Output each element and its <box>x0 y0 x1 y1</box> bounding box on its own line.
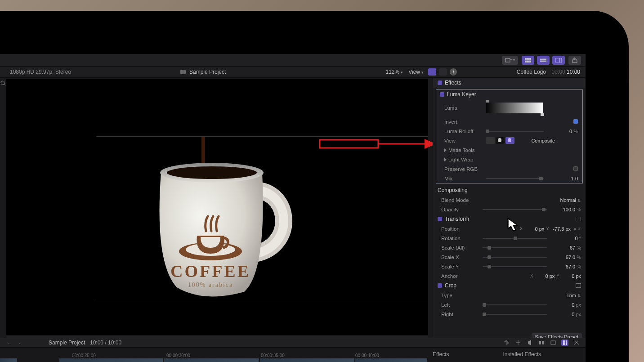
transform-checkbox[interactable] <box>438 217 442 221</box>
index-button[interactable] <box>550 340 557 346</box>
solo-button[interactable] <box>526 340 533 346</box>
anchor-x-value[interactable]: 0 px <box>535 273 555 279</box>
luma-bottom-handle[interactable] <box>541 113 544 116</box>
history-forward-button[interactable]: › <box>19 340 21 346</box>
svg-rect-7 <box>540 59 546 60</box>
timeline-clip[interactable] <box>59 358 163 362</box>
rolloff-slider[interactable] <box>486 131 544 132</box>
crop-right-slider[interactable] <box>483 314 547 315</box>
rotation-value[interactable]: 0° <box>547 236 581 241</box>
video-inspector-tab[interactable] <box>428 68 436 76</box>
zoom-dropdown[interactable]: 112% <box>386 69 403 75</box>
mix-value[interactable]: 1.0 <box>544 176 578 181</box>
scale-all-slider[interactable] <box>483 247 547 248</box>
svg-rect-26 <box>539 341 541 344</box>
luma-rolloff-row: Luma Rolloff 0% <box>436 126 582 136</box>
share-button[interactable] <box>568 56 581 65</box>
timeline-duration: 10:00 / 10:00 <box>90 340 121 346</box>
view-dropdown[interactable]: View <box>408 69 424 75</box>
keyframe-button[interactable]: ◆ <box>573 227 577 231</box>
anchor-row: Anchor X0 px Y0 px <box>433 271 586 281</box>
skimming-button[interactable] <box>514 340 522 346</box>
rolloff-value[interactable]: 0% <box>544 129 578 134</box>
effects-checkbox-icon[interactable] <box>438 80 442 85</box>
inspector-panel: Effects Luma Keyer Luma Invert <box>433 78 586 341</box>
effects-header[interactable]: Effects <box>433 78 586 88</box>
reset-parameter-button[interactable]: ↺ <box>577 227 581 231</box>
matte-tools-row[interactable]: Matte Tools <box>436 145 582 155</box>
transform-reset-button[interactable] <box>576 217 581 221</box>
opacity-value[interactable]: 100.0% <box>547 207 581 212</box>
scale-all-value[interactable]: 67% <box>547 245 581 250</box>
import-menu-button[interactable]: ▾ <box>502 56 518 65</box>
view-composite-button[interactable] <box>505 137 514 144</box>
timeline-project-name[interactable]: Sample Project <box>49 340 85 346</box>
transform-header[interactable]: Transform <box>433 214 586 224</box>
layout-browser-button[interactable] <box>522 56 534 65</box>
mix-row: Mix 1.0 <box>436 174 582 183</box>
svg-rect-3 <box>529 58 531 60</box>
project-name: Sample Project <box>189 69 226 75</box>
transitions-browser-button[interactable] <box>573 340 580 346</box>
viewer-canvas[interactable]: COFFEE 100% arabica <box>6 79 428 335</box>
timeline-header: ‹ › Sample Project 10:00 / 10:00 <box>0 338 586 348</box>
invert-checkbox[interactable] <box>573 119 578 124</box>
layout-inspector-button[interactable] <box>552 56 565 65</box>
crop-header[interactable]: Crop <box>433 281 586 290</box>
luma-keyer-checkbox[interactable] <box>440 92 444 97</box>
installed-effects-tab[interactable]: Installed Effects <box>503 351 541 358</box>
luma-top-handle[interactable] <box>486 100 489 103</box>
view-original-button[interactable] <box>486 137 495 144</box>
position-x-value[interactable]: 0 px <box>524 226 544 232</box>
svg-rect-31 <box>563 343 565 345</box>
invert-row: Invert <box>436 117 582 126</box>
luma-keyer-title[interactable]: Luma Keyer <box>436 90 582 99</box>
light-wrap-disclosure-icon[interactable] <box>444 158 447 161</box>
history-back-button[interactable]: ‹ <box>7 340 9 346</box>
svg-rect-1 <box>525 58 527 60</box>
timeline[interactable]: 00:00:25:00 00:00:30:00 00:00:35:00 00:0… <box>0 348 586 362</box>
effects-tab[interactable]: Effects <box>433 351 449 358</box>
scale-y-value[interactable]: 67.0% <box>547 264 581 269</box>
light-wrap-row[interactable]: Light Wrap <box>436 155 582 164</box>
timeline-tick: 00:00:25:00 <box>72 353 96 358</box>
snapping-button[interactable] <box>538 340 545 346</box>
svg-text:COFFEE: COFFEE <box>170 262 250 281</box>
rotation-slider[interactable] <box>483 238 547 239</box>
opacity-slider[interactable] <box>483 209 547 210</box>
inspector-clip-duration: 00:00:10:00 <box>552 69 580 75</box>
info-inspector-tab[interactable]: i <box>450 68 457 76</box>
matte-tools-disclosure-icon[interactable] <box>444 148 447 152</box>
timeline-clip[interactable] <box>355 358 427 362</box>
mix-slider[interactable] <box>486 178 544 179</box>
svg-point-16 <box>167 166 257 179</box>
clip-icon <box>180 70 186 74</box>
crop-left-value[interactable]: 0px <box>547 302 581 308</box>
scale-x-value[interactable]: 67.0% <box>547 255 581 260</box>
layout-timeline-button[interactable] <box>537 56 550 65</box>
luma-gradient[interactable] <box>486 103 543 113</box>
blend-mode-select[interactable]: Normal <box>547 197 581 203</box>
preserve-rgb-checkbox[interactable] <box>573 166 578 171</box>
audio-skimming-button[interactable] <box>503 340 510 346</box>
svg-line-13 <box>4 84 5 85</box>
crop-left-slider[interactable] <box>483 304 547 305</box>
anchor-y-value[interactable]: 0 px <box>561 273 581 279</box>
view-matte-button[interactable] <box>496 137 505 144</box>
toolbar-top: ▾ <box>0 54 586 67</box>
svg-rect-6 <box>529 61 531 63</box>
position-y-value[interactable]: -77.3 px <box>551 226 571 232</box>
effects-browser-button[interactable] <box>561 340 568 346</box>
timeline-clip[interactable] <box>164 358 259 362</box>
timeline-clip[interactable] <box>260 358 354 362</box>
color-inspector-tab[interactable] <box>439 68 447 76</box>
timeline-clip[interactable] <box>0 358 17 362</box>
crop-reset-button[interactable] <box>576 283 581 288</box>
search-icon[interactable] <box>0 80 6 87</box>
scale-x-slider[interactable] <box>483 257 547 258</box>
compositing-header[interactable]: Compositing <box>433 185 586 195</box>
crop-right-value[interactable]: 0px <box>547 312 581 317</box>
crop-type-select[interactable]: Trim <box>547 293 581 298</box>
scale-y-slider[interactable] <box>483 266 547 267</box>
crop-checkbox[interactable] <box>438 283 442 288</box>
